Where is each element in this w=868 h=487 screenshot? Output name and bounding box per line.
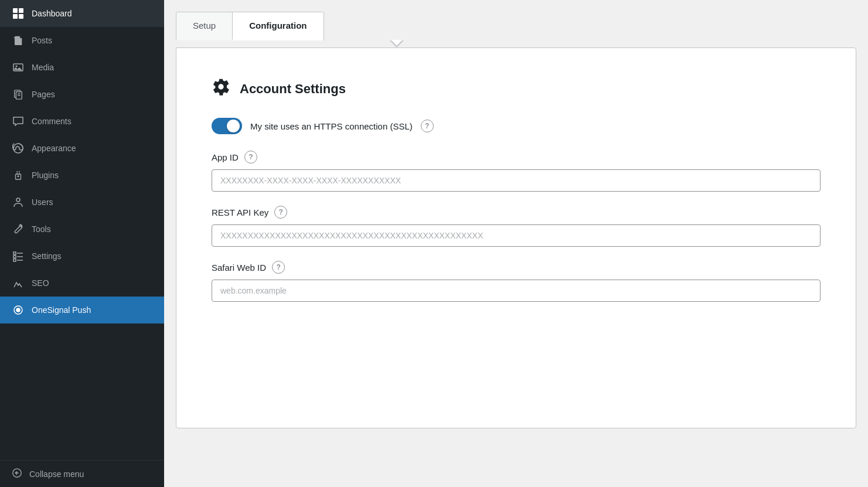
https-toggle-row: My site uses an HTTPS connection (SSL) ? bbox=[212, 118, 821, 134]
tab-setup-label: Setup bbox=[193, 21, 216, 30]
collapse-menu-label: Collapse menu bbox=[29, 469, 84, 479]
safari-web-id-help-icon: ? bbox=[276, 263, 280, 271]
sidebar-label-dashboard: Dashboard bbox=[32, 9, 72, 18]
sidebar-label-comments: Comments bbox=[32, 117, 72, 126]
svg-rect-21 bbox=[13, 259, 16, 261]
pages-icon bbox=[12, 88, 25, 101]
tabs-container: Setup Configuration bbox=[176, 12, 324, 40]
main-content: Setup Configuration Account Setti bbox=[164, 0, 868, 487]
tab-configuration-label: Configuration bbox=[249, 21, 307, 30]
rest-api-key-label-row: REST API Key ? bbox=[212, 206, 821, 219]
sidebar-label-posts: Posts bbox=[32, 36, 52, 45]
sidebar-label-plugins: Plugins bbox=[32, 171, 59, 180]
sidebar-label-users: Users bbox=[32, 197, 53, 207]
comments-icon bbox=[12, 115, 25, 128]
svg-point-18 bbox=[21, 226, 22, 227]
app-id-label-row: App ID ? bbox=[212, 151, 821, 164]
sidebar-label-pages: Pages bbox=[32, 90, 55, 99]
safari-web-id-label: Safari Web ID bbox=[212, 263, 266, 273]
tab-configuration[interactable]: Configuration bbox=[233, 12, 323, 40]
rest-api-key-help-icon: ? bbox=[279, 208, 283, 216]
svg-rect-0 bbox=[13, 8, 18, 13]
section-header: Account Settings bbox=[212, 77, 821, 100]
posts-icon bbox=[12, 34, 25, 47]
gear-icon bbox=[212, 77, 230, 100]
safari-web-id-field-group: Safari Web ID ? bbox=[212, 261, 821, 302]
dashboard-icon bbox=[12, 7, 25, 20]
rest-api-key-help-button[interactable]: ? bbox=[274, 206, 287, 219]
sidebar-item-posts[interactable]: Posts bbox=[0, 27, 164, 54]
settings-icon bbox=[12, 250, 25, 263]
app-id-help-button[interactable]: ? bbox=[244, 151, 257, 164]
sidebar-label-media: Media bbox=[32, 63, 54, 72]
appearance-icon bbox=[12, 142, 25, 155]
sidebar-item-seo[interactable]: SEO bbox=[0, 270, 164, 297]
media-icon bbox=[12, 61, 25, 74]
sidebar-label-appearance: Appearance bbox=[32, 144, 76, 153]
https-toggle[interactable] bbox=[212, 118, 242, 134]
svg-point-8 bbox=[16, 66, 18, 67]
safari-web-id-input[interactable] bbox=[212, 280, 821, 302]
sidebar-item-dashboard[interactable]: Dashboard bbox=[0, 0, 164, 27]
rest-api-key-label: REST API Key bbox=[212, 207, 268, 217]
sidebar-label-seo: SEO bbox=[32, 278, 49, 288]
app-id-help-icon: ? bbox=[249, 153, 253, 161]
sidebar-label-onesignal: OneSignal Push bbox=[32, 305, 91, 315]
tools-icon bbox=[12, 223, 25, 236]
rest-api-key-input[interactable] bbox=[212, 224, 821, 247]
sidebar-item-users[interactable]: Users bbox=[0, 189, 164, 216]
app-id-input[interactable] bbox=[212, 169, 821, 192]
sidebar-item-tools[interactable]: Tools bbox=[0, 216, 164, 243]
svg-rect-19 bbox=[13, 252, 16, 254]
rest-api-key-field-group: REST API Key ? bbox=[212, 206, 821, 247]
app-id-field-group: App ID ? bbox=[212, 151, 821, 192]
section-title: Account Settings bbox=[240, 81, 346, 97]
sidebar-label-tools: Tools bbox=[32, 224, 51, 234]
sidebar: Dashboard Posts Media bbox=[0, 0, 164, 487]
https-help-button[interactable]: ? bbox=[421, 120, 434, 132]
tab-triangle bbox=[390, 40, 404, 47]
seo-icon bbox=[12, 277, 25, 290]
https-help-icon: ? bbox=[425, 122, 429, 130]
sidebar-item-appearance[interactable]: Appearance bbox=[0, 135, 164, 162]
svg-point-17 bbox=[16, 198, 20, 202]
plugins-icon bbox=[12, 169, 25, 182]
sidebar-item-comments[interactable]: Comments bbox=[0, 108, 164, 135]
svg-point-26 bbox=[16, 308, 20, 312]
content-panel: Account Settings My site uses an HTTPS c… bbox=[176, 47, 856, 428]
safari-web-id-help-button[interactable]: ? bbox=[272, 261, 285, 274]
sidebar-item-onesignal[interactable]: OneSignal Push bbox=[0, 297, 164, 323]
sidebar-item-settings[interactable]: Settings bbox=[0, 243, 164, 270]
onesignal-icon bbox=[12, 304, 25, 316]
collapse-icon bbox=[12, 468, 22, 480]
svg-rect-3 bbox=[19, 14, 23, 19]
sidebar-item-pages[interactable]: Pages bbox=[0, 81, 164, 108]
sidebar-label-settings: Settings bbox=[32, 251, 62, 261]
sidebar-item-media[interactable]: Media bbox=[0, 54, 164, 81]
sidebar-item-plugins[interactable]: Plugins bbox=[0, 162, 164, 189]
svg-rect-20 bbox=[13, 256, 16, 258]
https-toggle-label: My site uses an HTTPS connection (SSL) bbox=[250, 121, 413, 131]
svg-rect-1 bbox=[19, 8, 23, 13]
users-icon bbox=[12, 196, 25, 209]
svg-rect-2 bbox=[13, 14, 18, 19]
tab-setup[interactable]: Setup bbox=[176, 12, 233, 40]
app-id-label: App ID bbox=[212, 152, 239, 162]
safari-web-id-label-row: Safari Web ID ? bbox=[212, 261, 821, 274]
collapse-menu-button[interactable]: Collapse menu bbox=[0, 460, 164, 487]
